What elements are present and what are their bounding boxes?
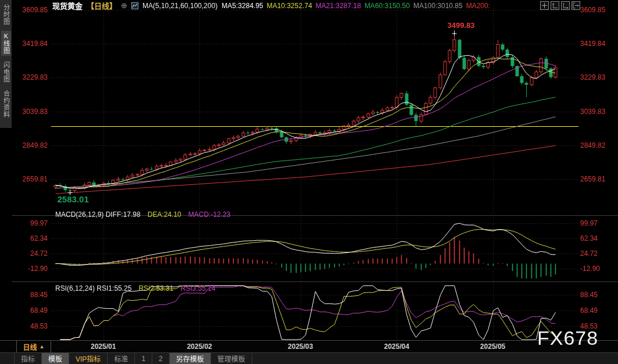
sidebar-item-闪电图[interactable]: 闪电图 (1, 60, 11, 84)
axis-label: 88.45 (30, 291, 48, 299)
chart-control-icons (540, 1, 580, 10)
axis-label: 3609.85 (580, 6, 605, 14)
axis-label: -12.90 (580, 265, 600, 273)
watermark: FX678 (537, 327, 598, 349)
toolbar-item-VIP指标[interactable]: VIP指标 (69, 353, 108, 364)
axis-label: 2849.82 (23, 141, 48, 149)
axis-label: 68.49 (30, 306, 48, 315)
axis-label: 62.34 (30, 234, 48, 242)
rsi-header: RSI(6,12,24) RSI1:55.25RSI2:53.31RSI3:55… (55, 284, 223, 292)
macd-value-label: MACD:-12.23 (188, 210, 231, 219)
axis-label: 2659.81 (23, 175, 48, 183)
axis-label: -12.90 (28, 265, 48, 273)
rsi1-label: RSI(6,12,24) RSI1:55.25 (55, 284, 131, 292)
ma-legend-item: MA21:3287.18 (316, 2, 361, 10)
crosshair-icon[interactable] (540, 1, 549, 10)
bottom-toolbar: 指标模板VIP指标标准12另存模板管理模板 (0, 352, 618, 364)
right-price-axis: 3609.853419.843229.833039.832849.822659.… (580, 0, 617, 364)
pan-right-icon[interactable] (571, 1, 580, 10)
axis-label: 48.53 (30, 322, 48, 330)
toolbar-item-指标[interactable]: 指标 (14, 353, 42, 364)
zoom-x-axis-icon[interactable] (561, 1, 570, 10)
axis-label: 2659.81 (580, 175, 605, 183)
macd-diff-label: MACD(26,12,9) DIFF:17.98 (55, 210, 141, 219)
chart-canvas[interactable] (0, 0, 618, 364)
axis-label: 3039.83 (580, 108, 605, 116)
toolbar-item-模板[interactable]: 模板 (42, 353, 69, 364)
axis-label: 3229.83 (23, 73, 48, 81)
axis-label: 68.49 (580, 306, 598, 315)
period-selector-label: 日线 (23, 342, 37, 352)
zoom-y-axis-icon[interactable] (551, 1, 559, 10)
toolbar-item-标准[interactable]: 标准 (108, 353, 135, 364)
axis-label: 3419.84 (580, 40, 605, 48)
rsi3-label: RSI3:55.14 (180, 284, 215, 292)
toolbar-item-另存模板[interactable]: 另存模板 (170, 353, 211, 364)
period-tag: 【日线】 (87, 0, 117, 11)
axis-label: 3609.85 (23, 6, 48, 14)
axis-label: 99.97 (30, 219, 48, 227)
ma-legend-item: MA60:3150.50 (365, 2, 410, 10)
sidebar-item-分时图[interactable]: 分时图 (1, 2, 11, 27)
axis-label: 99.97 (580, 219, 598, 227)
x-axis-row: 日线 ▲ 2025/012025/022025/032025/042025/05 (0, 340, 618, 352)
rsi2-label: RSI2:53.31 (138, 284, 173, 292)
axis-label: 88.45 (580, 291, 598, 299)
left-sidebar: 分时图K线图闪电图合约资料 (0, 0, 12, 128)
toolbar-item-1[interactable]: 1 (135, 353, 152, 364)
macd-dea-label: DEA:24.10 (148, 210, 181, 219)
ma-legend: MA5:3284.95MA10:3252.74MA21:3287.18MA60:… (222, 2, 494, 10)
add-indicator-icon[interactable]: ⊕ (121, 1, 127, 10)
date-label: 2025/02 (181, 342, 217, 351)
date-label: 2025/03 (283, 342, 319, 351)
toolbar-item-2[interactable]: 2 (152, 353, 170, 364)
chart-header: 现货黄金 【日线】 ⊕ MA(5,10,21,60,100,200) MA5:3… (52, 1, 494, 10)
axis-label: 3419.84 (23, 40, 48, 48)
ma-legend-item: MA5:3284.95 (222, 2, 263, 10)
axis-label: 24.72 (30, 249, 48, 258)
mini-chart-icon[interactable] (131, 2, 138, 9)
axis-label: 2849.82 (580, 141, 605, 149)
ma-legend-item: MA10:3252.74 (267, 2, 312, 10)
date-label: 2025/05 (475, 342, 511, 351)
axis-label: 3039.83 (23, 108, 48, 116)
ma-legend-item: MA100:3010.85 (413, 2, 463, 10)
axis-label: 24.72 (580, 249, 598, 258)
axis-label: 3229.83 (580, 73, 605, 81)
toolbar-item-管理模板[interactable]: 管理模板 (211, 353, 252, 364)
ma-params-label: MA(5,10,21,60,100,200) (142, 2, 217, 10)
date-label: 2025/01 (85, 342, 122, 351)
date-label: 2025/04 (378, 342, 415, 351)
period-up-arrow-icon: ▲ (40, 344, 45, 349)
axis-label: 62.34 (580, 234, 598, 242)
sidebar-item-K线图[interactable]: K线图 (1, 31, 11, 56)
sidebar-item-合约资料[interactable]: 合约资料 (1, 88, 11, 120)
symbol-title: 现货黄金 (52, 0, 83, 11)
period-selector[interactable]: 日线 ▲ (16, 341, 51, 352)
macd-header: MACD(26,12,9) DIFF:17.98DEA:24.10MACD:-1… (55, 210, 237, 219)
ma-legend-item: MA200: (466, 2, 490, 10)
